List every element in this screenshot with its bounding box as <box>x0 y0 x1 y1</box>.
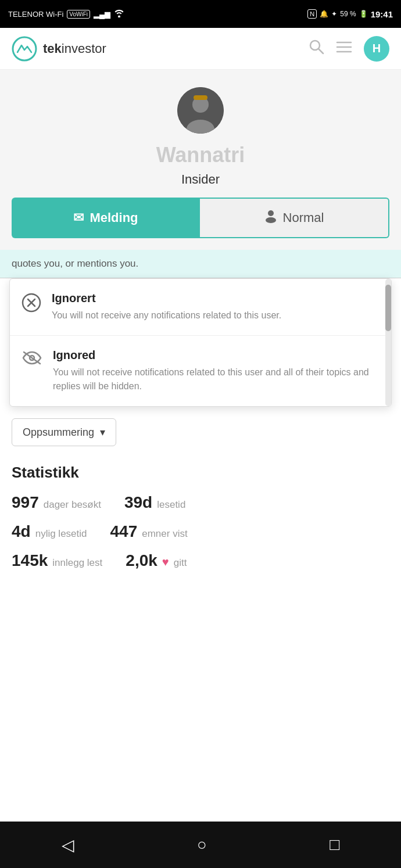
svg-point-10 <box>268 210 274 216</box>
eye-slash-icon <box>22 350 42 368</box>
stat-label-innlegg: innlegg lest <box>52 557 102 569</box>
carrier-label: TELENOR Wi-Fi <box>8 10 63 19</box>
profile-username: Wannatri <box>156 143 245 167</box>
svg-point-1 <box>310 41 320 50</box>
notification-text: quotes you, or mentions you. <box>12 258 138 269</box>
dropdown-item-ignorert-desc: You will not receive any notifications r… <box>52 309 281 322</box>
action-buttons: ✉ Melding Normal <box>12 198 389 238</box>
stat-item-dager: 997 dager besøkt <box>12 493 101 512</box>
home-icon: ○ <box>197 835 207 853</box>
person-icon <box>264 209 277 227</box>
scrollbar-thumb <box>385 285 391 331</box>
circle-x-icon <box>22 293 41 315</box>
logo-area[interactable]: tekinvestor <box>12 36 106 62</box>
stat-value-nylig: 4d <box>12 522 31 541</box>
dropdown-overlay: Ignorert You will not receive any notifi… <box>9 278 392 407</box>
stat-row-2: 4d nylig lesetid 447 emner vist <box>12 522 389 541</box>
nav-icons: H <box>308 36 389 62</box>
spacer <box>0 598 401 656</box>
svg-line-2 <box>319 49 324 54</box>
melding-label: Melding <box>89 210 138 225</box>
stat-label-gitt: gitt <box>174 557 187 569</box>
stat-label-emner: emner vist <box>142 528 187 540</box>
svg-rect-9 <box>194 95 207 100</box>
logo-text: tekinvestor <box>43 41 106 56</box>
stat-item-lesetid: 39d lesetid <box>124 493 185 512</box>
battery-label: 59 % <box>340 10 356 18</box>
back-icon: ◁ <box>62 836 74 854</box>
stat-item-gitt: 2,0k ♥ gitt <box>126 551 187 570</box>
melding-button[interactable]: ✉ Melding <box>12 198 200 238</box>
stat-row-3: 145k innlegg lest 2,0k ♥ gitt <box>12 551 389 570</box>
stat-label-nylig: nylig lesetid <box>35 528 87 540</box>
oppsummering-label: Oppsummering <box>23 426 94 439</box>
oppsummering-dropdown[interactable]: Oppsummering ▾ <box>12 418 116 446</box>
dropdown-item-ignorert-title: Ignorert <box>52 292 281 305</box>
dropdown-item-ignorert-content: Ignorert You will not receive any notifi… <box>52 292 281 322</box>
status-right: N 🔔 ✦ 59 % 🔋 19:41 <box>307 9 393 19</box>
stat-value-emner: 447 <box>110 522 138 541</box>
signal-icon: ▂▄▆ <box>94 10 110 19</box>
wifi-icon <box>114 9 124 19</box>
statistikk-section: Statistikk 997 dager besøkt 39d lesetid … <box>0 452 401 598</box>
stat-value-gitt: 2,0k <box>126 551 157 570</box>
recents-icon: □ <box>330 835 339 853</box>
stat-value-dager: 997 <box>12 493 39 512</box>
recents-button[interactable]: □ <box>330 835 339 854</box>
heart-icon: ♥ <box>162 555 169 569</box>
profile-avatar <box>177 87 224 134</box>
alarm-icon: 🔔 <box>320 10 328 18</box>
bottom-nav: ◁ ○ □ <box>0 822 401 868</box>
normal-label: Normal <box>283 210 324 225</box>
stat-label-dager: dager besøkt <box>44 499 101 511</box>
dropdown-item-ignored-title: Ignored <box>53 349 379 362</box>
status-left: TELENOR Wi-Fi VoWiFi ▂▄▆ <box>8 9 124 19</box>
battery-icon: 🔋 <box>359 10 368 18</box>
notification-banner: quotes you, or mentions you. <box>0 250 401 278</box>
dropdown-item-ignored[interactable]: Ignored You will not receive notificatio… <box>10 336 391 406</box>
bluetooth-icon: ✦ <box>331 10 337 18</box>
search-icon[interactable] <box>308 38 324 59</box>
stat-item-emner: 447 emner vist <box>110 522 188 541</box>
stat-value-lesetid: 39d <box>124 493 152 512</box>
home-button[interactable]: ○ <box>197 835 207 854</box>
dropdown-item-ignorert[interactable]: Ignorert You will not receive any notifi… <box>10 279 391 336</box>
status-bar: TELENOR Wi-Fi VoWiFi ▂▄▆ N 🔔 ✦ 59 % 🔋 19… <box>0 0 401 28</box>
hamburger-icon[interactable] <box>336 40 352 58</box>
stat-item-innlegg: 145k innlegg lest <box>12 551 102 570</box>
statistikk-title: Statistikk <box>12 464 389 482</box>
back-button[interactable]: ◁ <box>62 835 74 855</box>
chevron-down-icon: ▾ <box>100 426 105 439</box>
svg-point-11 <box>266 217 276 223</box>
time-label: 19:41 <box>371 9 393 19</box>
profile-role: Insider <box>181 172 220 187</box>
scrollbar-track[interactable] <box>385 279 391 406</box>
dropdown-item-ignored-desc: You will not receive notifications relat… <box>53 365 379 393</box>
stat-row-1: 997 dager besøkt 39d lesetid <box>12 493 389 512</box>
oppsummering-section: Oppsummering ▾ <box>0 407 401 452</box>
top-nav: tekinvestor H <box>0 28 401 70</box>
logo-icon <box>12 36 37 62</box>
user-avatar[interactable]: H <box>364 36 389 62</box>
nfc-icon: N <box>307 9 317 19</box>
avatar-image <box>177 87 224 134</box>
stat-value-innlegg: 145k <box>12 551 48 570</box>
normal-button[interactable]: Normal <box>200 198 389 238</box>
vowifi-badge: VoWiFi <box>67 10 90 19</box>
profile-section: Wannatri Insider ✉ Melding Normal <box>0 70 401 250</box>
dropdown-item-ignored-content: Ignored You will not receive notificatio… <box>53 349 379 393</box>
stat-item-nylig: 4d nylig lesetid <box>12 522 87 541</box>
stat-label-lesetid: lesetid <box>157 499 185 511</box>
envelope-icon: ✉ <box>73 210 84 225</box>
